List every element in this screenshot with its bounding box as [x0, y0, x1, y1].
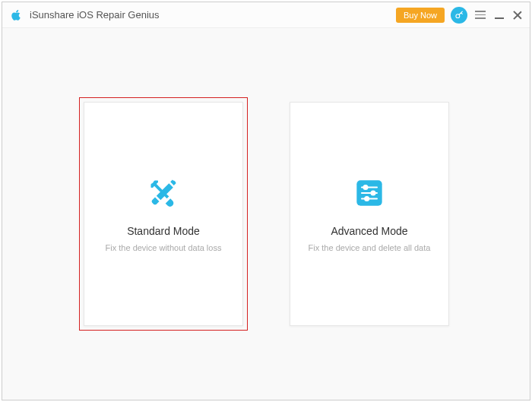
app-logo-icon: [8, 8, 24, 23]
app-window: iSunshare iOS Repair Genius Buy Now: [2, 2, 530, 400]
advanced-mode-title: Advanced Mode: [331, 225, 407, 237]
minimize-button[interactable]: [493, 9, 505, 21]
standard-mode-card[interactable]: Standard Mode Fix the device without dat…: [84, 102, 243, 326]
svg-point-3: [364, 185, 368, 189]
advanced-mode-card[interactable]: Advanced Mode Fix the device and delete …: [290, 102, 449, 326]
standard-mode-desc: Fix the device without data loss: [106, 243, 222, 252]
tools-icon: [147, 176, 180, 210]
standard-mode-title: Standard Mode: [127, 225, 200, 237]
key-icon[interactable]: [451, 7, 467, 24]
titlebar: iSunshare iOS Repair Genius Buy Now: [2, 2, 530, 28]
sliders-icon: [353, 176, 386, 210]
main-content: Standard Mode Fix the device without dat…: [2, 28, 530, 400]
close-button[interactable]: [511, 9, 524, 21]
menu-icon[interactable]: [473, 9, 487, 21]
advanced-mode-wrap: Advanced Mode Fix the device and delete …: [286, 98, 453, 330]
svg-point-7: [365, 197, 369, 201]
standard-mode-highlight: Standard Mode Fix the device without dat…: [79, 97, 248, 331]
svg-point-5: [372, 191, 375, 195]
titlebar-actions: Buy Now: [396, 7, 524, 24]
app-title: iSunshare iOS Repair Genius: [30, 9, 396, 21]
advanced-mode-desc: Fix the device and delete all data: [309, 243, 431, 252]
buy-now-button[interactable]: Buy Now: [396, 8, 445, 23]
